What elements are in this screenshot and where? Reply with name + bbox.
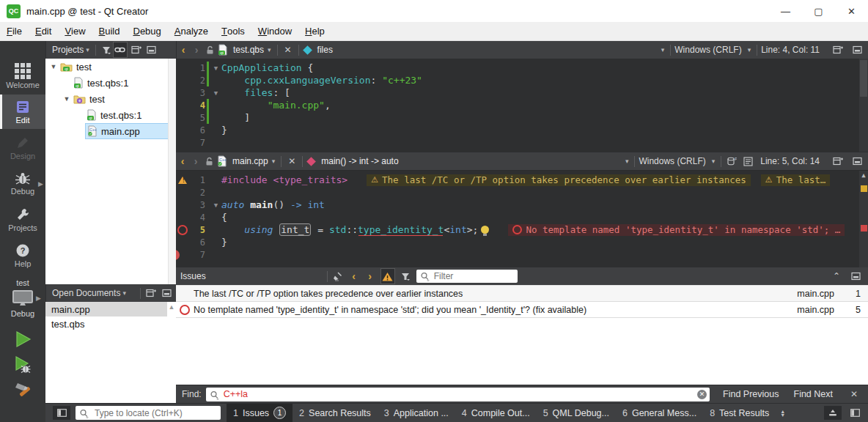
chevron-down-icon[interactable]: ▾ [272, 158, 276, 165]
code-line-3[interactable]: 3▼ files: [ [176, 86, 868, 99]
code-line-6[interactable]: 6} [176, 236, 868, 248]
output-pane-spinner[interactable]: ▲▼ [780, 410, 785, 417]
menu-view[interactable]: View [58, 22, 92, 41]
split-panel-icon[interactable] [130, 42, 143, 57]
projects-scrollbar[interactable] [168, 59, 176, 284]
code-line-1[interactable]: !1#include <type_traits>⚠The last /TC or… [176, 174, 868, 186]
issue-row[interactable]: No template named 'type_identity_t' in n… [176, 302, 868, 318]
code-line-5[interactable]: 5 using int_t = std::type_identity_t<int… [176, 223, 868, 236]
code-line-4[interactable]: 4 "main.cpp", [176, 99, 868, 111]
flyout-arrow-icon[interactable]: ▶ [36, 295, 41, 302]
maximize-output-icon[interactable] [824, 406, 842, 420]
sidebar-item-projects[interactable]: Projects [0, 202, 45, 237]
tree-item-test-qbs-1[interactable]: qttest.qbs:1 [45, 107, 176, 123]
editor1-scrollbar[interactable] [859, 59, 868, 152]
show-warnings-icon[interactable] [380, 268, 395, 284]
split-panel-icon[interactable] [144, 286, 158, 300]
fold-marker-icon[interactable]: ▼ [210, 201, 221, 209]
chevron-down-icon[interactable]: ▾ [661, 46, 665, 53]
sync-with-editor-icon[interactable] [113, 42, 128, 58]
sidebar-item-help[interactable]: ?Help [0, 238, 45, 273]
close-split-icon[interactable] [850, 42, 864, 57]
editor-main-cpp[interactable]: !1#include <type_traits>⚠The last /TC or… [176, 171, 868, 267]
split-editor-icon[interactable] [831, 42, 845, 57]
close-document-icon[interactable]: ✕ [282, 42, 295, 57]
warning-margin-icon[interactable]: ! [176, 174, 189, 186]
editor-test-qbs[interactable]: 1▼CppApplication {2 cpp.cxxLanguageVersi… [176, 59, 868, 152]
outline-icon[interactable] [741, 154, 754, 169]
issue-row[interactable]: The last /TC or /TP option takes precede… [176, 285, 868, 302]
maximize-panel-icon[interactable] [849, 269, 862, 284]
clean-icon[interactable] [331, 269, 345, 284]
open-file-name[interactable]: main.cpp [232, 156, 268, 166]
menu-debug[interactable]: Debug [126, 22, 167, 41]
forward-icon[interactable]: › [190, 42, 203, 57]
menu-help[interactable]: Help [298, 22, 331, 41]
reddot-margin-icon[interactable] [176, 248, 189, 261]
sidebar-item-edit[interactable]: Edit [0, 95, 45, 129]
close-document-icon[interactable]: ✕ [285, 154, 298, 169]
open-document-test-qbs[interactable]: test.qbs [45, 316, 176, 331]
chevron-down-icon[interactable]: ▾ [748, 46, 751, 53]
fold-marker-icon[interactable]: ▼ [210, 89, 221, 97]
close-split-icon[interactable] [850, 154, 864, 169]
chevron-down-icon[interactable]: ▾ [712, 158, 716, 165]
clear-search-icon[interactable]: ✕ [697, 390, 707, 399]
filter-icon[interactable] [399, 269, 412, 284]
projects-panel-title[interactable]: Projects [52, 45, 84, 55]
output-pane-issues[interactable]: 1Issues1 [227, 404, 293, 422]
build-button[interactable] [13, 381, 32, 400]
run-button[interactable] [13, 330, 32, 349]
locator-input[interactable] [76, 406, 221, 420]
output-pane-compile-out-[interactable]: 4Compile Out... [455, 404, 537, 422]
run-debug-button[interactable] [13, 355, 32, 374]
code-line-7[interactable]: 7 [176, 248, 868, 261]
open-documents-title[interactable]: Open Documents [52, 288, 120, 298]
next-item-icon[interactable]: › [364, 269, 377, 284]
menu-build[interactable]: Build [92, 22, 127, 41]
code-line-4[interactable]: 4{ [176, 211, 868, 223]
back-icon[interactable]: ‹ [177, 42, 190, 57]
tree-item-main-cpp[interactable]: C++main.cpp [45, 123, 176, 139]
error-margin-icon[interactable] [176, 223, 189, 236]
open-file-name[interactable]: test.qbs [233, 45, 264, 55]
menu-file[interactable]: File [0, 22, 29, 41]
filter-icon[interactable] [100, 42, 113, 57]
code-line-3[interactable]: 3▼auto main() -> int [176, 199, 868, 211]
previous-item-icon[interactable]: ‹ [347, 269, 361, 284]
kit-selector[interactable]: test▶Debug [0, 278, 45, 318]
back-icon[interactable]: ‹ [176, 154, 189, 169]
output-pane-test-results[interactable]: 8Test Results [703, 404, 776, 422]
close-panel-icon[interactable] [145, 42, 158, 57]
issues-filter-input[interactable] [416, 270, 518, 283]
output-pane-qml-debug-[interactable]: 5QML Debug... [537, 404, 616, 422]
menu-edit[interactable]: Edit [29, 22, 58, 41]
collapse-panel-icon[interactable]: ⌃ [830, 269, 843, 284]
close-find-bar-icon[interactable]: ✕ [847, 387, 861, 401]
symbol-selector[interactable]: main() -> int -> auto [321, 156, 398, 166]
editor2-scrollbar[interactable]: ▲ [859, 171, 868, 267]
flyout-arrow-icon[interactable]: ▶ [38, 180, 43, 188]
menu-analyze[interactable]: Analyze [168, 22, 215, 41]
find-input[interactable] [206, 388, 710, 401]
output-pane-general-mess-[interactable]: 6General Mess... [616, 404, 703, 422]
find-next-button[interactable]: Find Next [787, 389, 841, 399]
forward-icon[interactable]: › [189, 154, 202, 169]
expand-arrow-icon[interactable]: ▼ [48, 63, 59, 70]
fold-marker-icon[interactable]: ▼ [210, 64, 221, 72]
encoding-selector[interactable]: Windows (CRLF) [639, 156, 705, 166]
close-button[interactable]: ✕ [835, 0, 868, 22]
code-line-1[interactable]: 1▼CppApplication { [176, 62, 868, 74]
open-documents-scrollbar[interactable]: ▲ [167, 302, 176, 403]
find-previous-button[interactable]: Find Previous [716, 389, 786, 399]
output-pane-application-[interactable]: 3Application ... [378, 404, 455, 422]
split-editor-icon[interactable] [831, 154, 845, 169]
toggle-right-sidebar-icon[interactable] [846, 406, 864, 420]
preprocessor-icon[interactable]: P [725, 154, 738, 169]
maximize-button[interactable]: ▢ [802, 0, 835, 22]
open-document-main-cpp[interactable]: main.cpp [45, 302, 176, 316]
output-pane-search-results[interactable]: 2Search Results [293, 404, 378, 422]
tree-item-test[interactable]: ▼✳test [45, 91, 176, 107]
toggle-left-sidebar-icon[interactable] [53, 406, 70, 420]
close-panel-icon[interactable] [160, 286, 173, 300]
